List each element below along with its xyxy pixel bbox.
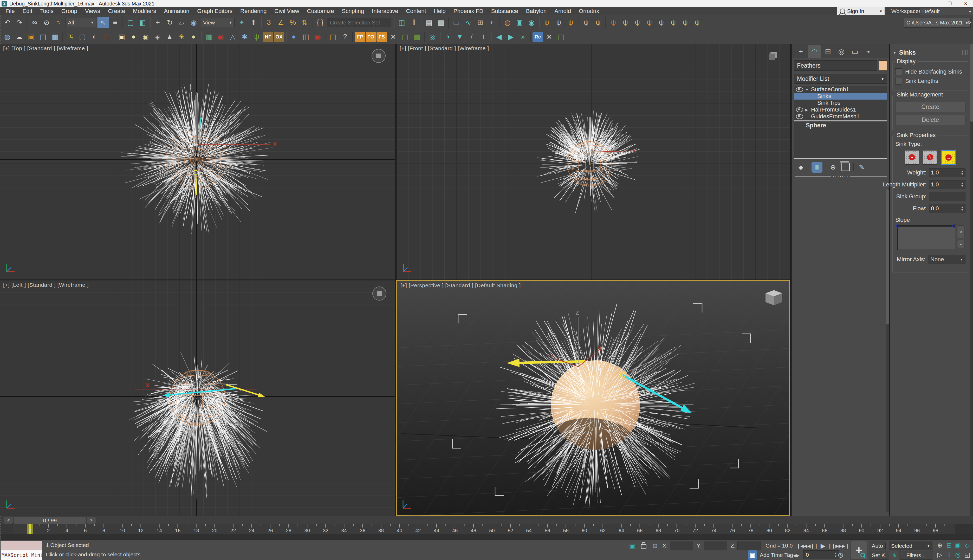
spreadsheet-icon[interactable]: ▥ xyxy=(49,31,61,43)
percent-snap-icon[interactable]: % xyxy=(287,17,298,28)
track-bar-ruler[interactable]: 0246810121416182022242628303234363840424… xyxy=(1,524,973,540)
maximize-viewport-icon[interactable]: ◱ xyxy=(963,550,971,559)
slope-handle-right[interactable] xyxy=(952,224,956,228)
x-coordinate-field[interactable] xyxy=(670,542,693,550)
viewport-front-label[interactable]: [+] [Front ] [Standard ] [Wireframe ] xyxy=(400,45,489,52)
reference-coordinate-system-dropdown[interactable]: View▼ xyxy=(201,18,235,27)
select-by-name-icon[interactable]: ≡ xyxy=(110,17,121,28)
menu-civil-view[interactable]: Civil View xyxy=(271,7,303,15)
bind-to-space-warp-icon[interactable]: ≈ xyxy=(53,17,64,28)
particle-icon[interactable]: ✱ xyxy=(239,31,250,43)
delete-button[interactable]: Delete xyxy=(895,115,965,125)
mesh-light-icon[interactable]: ◈ xyxy=(152,31,163,43)
play-button[interactable]: ▶ xyxy=(818,542,828,550)
material-editor-icon[interactable]: ◐ xyxy=(486,17,498,28)
ornatrix-groom-icon[interactable]: ψ xyxy=(643,17,655,28)
go-to-start-button[interactable]: ❙◀◀ xyxy=(797,542,807,550)
remove-modifier-icon[interactable] xyxy=(840,162,851,173)
angle-snap-icon[interactable]: ∠ xyxy=(275,17,287,28)
cone-light-icon[interactable]: ▲ xyxy=(164,31,175,43)
schematic-view-icon[interactable]: ⊞ xyxy=(475,17,486,28)
teapot-icon[interactable]: ◍ xyxy=(2,31,13,43)
isolate-selection-icon[interactable]: ▣ xyxy=(628,542,636,550)
ornatrix-guides-icon[interactable]: ψ xyxy=(608,17,619,28)
project-folder-dropdown[interactable]: C:\Users\A...s Max 2021 ▼ xyxy=(904,18,971,28)
zoom-icon[interactable]: ⊕ xyxy=(936,541,944,550)
sinks-panel-scrollbar[interactable] xyxy=(970,44,973,516)
viewport-perspective-label[interactable]: [+] [Perspective ] [Standard ] [Default … xyxy=(400,282,521,288)
stack-item-surfacecomb1[interactable]: ▼SurfaceComb1 xyxy=(795,86,887,93)
slope-minus-button[interactable]: - xyxy=(957,240,965,248)
command-panel-scrollbar[interactable] xyxy=(886,189,889,512)
walk-through-icon[interactable]: i xyxy=(945,550,953,559)
restore-button[interactable]: ❐ xyxy=(942,0,957,7)
viewport-left[interactable]: [+] [Left ] [Standard ] [Wireframe ] X xyxy=(0,280,395,516)
previous-frame-button[interactable]: < xyxy=(4,517,13,524)
menu-views[interactable]: Views xyxy=(81,7,104,15)
menu-scripting[interactable]: Scripting xyxy=(338,7,368,15)
green-list-icon[interactable]: ▤ xyxy=(555,31,567,43)
capsules-icon[interactable]: ◉ xyxy=(215,31,227,43)
phoenix-fo-icon[interactable]: FO xyxy=(366,32,376,42)
create-button[interactable]: Create xyxy=(895,102,965,112)
expand-arrow-icon[interactable]: ▶ xyxy=(805,108,811,112)
window-crossing-toggle-icon[interactable]: ◧ xyxy=(137,17,148,28)
make-unique-icon[interactable]: ⊕ xyxy=(828,162,838,173)
menu-help[interactable]: Help xyxy=(430,7,450,15)
menu-substance[interactable]: Substance xyxy=(487,7,522,15)
dome-light-icon[interactable]: ● xyxy=(128,31,139,43)
expand-arrow-icon[interactable]: ▼ xyxy=(805,88,811,92)
weight-spinner[interactable]: 1.0 ▲▼ xyxy=(929,168,965,177)
export-play-icon[interactable]: ▶ xyxy=(505,31,516,43)
set-keys-button[interactable]: + xyxy=(850,541,867,560)
select-and-link-icon[interactable]: ∞ xyxy=(29,17,40,28)
menu-create[interactable]: Create xyxy=(104,7,129,15)
zoom-extents-icon[interactable]: ▣ xyxy=(954,541,962,550)
show-end-result-icon[interactable]: II xyxy=(811,162,823,173)
quad-light-icon[interactable]: ▣ xyxy=(116,31,127,43)
rectangular-selection-region-icon[interactable]: ▢ xyxy=(125,17,136,28)
menu-ornatrix[interactable]: Ornatrix xyxy=(575,7,603,15)
unlink-selection-icon[interactable]: ⊘ xyxy=(41,17,52,28)
viewport-top-label[interactable]: [+] [Top ] [Standard ] [Wireframe ] xyxy=(3,45,88,52)
select-and-scale-icon[interactable]: ▱ xyxy=(176,17,187,28)
biped-icon[interactable]: i xyxy=(478,31,489,43)
command-panel-tab-utilities[interactable]: ⌁ xyxy=(862,45,875,58)
ornatrix-comb-icon[interactable]: ψ xyxy=(668,17,679,28)
select-and-manipulate-icon[interactable]: ⬆ xyxy=(248,17,259,28)
bone-icon[interactable]: / xyxy=(466,31,477,43)
menu-interactive[interactable]: Interactive xyxy=(368,7,402,15)
minimize-button[interactable]: — xyxy=(926,0,941,7)
workspaces-dropdown[interactable]: Default ▼ xyxy=(920,8,973,15)
slope-handle-left[interactable] xyxy=(896,224,900,228)
export-next-icon[interactable]: » xyxy=(517,31,529,43)
isolate-cube-icon[interactable]: ▣ xyxy=(748,550,757,560)
current-frame-field[interactable]: 0 ▲▼ xyxy=(803,550,839,559)
cloud-icon[interactable]: ☁ xyxy=(13,31,25,43)
script-list-icon[interactable]: ▤ xyxy=(327,31,339,43)
projector-icon[interactable]: ◐ xyxy=(89,31,100,43)
maxscript-mini-listener[interactable]: MAXScript Mini xyxy=(0,541,42,560)
help-icon[interactable]: ? xyxy=(339,31,351,43)
menu-customize[interactable]: Customize xyxy=(303,7,338,15)
selection-lock-icon[interactable] xyxy=(639,540,648,549)
hide-backfacing-sinks-row[interactable]: Hide Backfacing Sinks xyxy=(895,68,965,75)
menu-animation[interactable]: Animation xyxy=(160,7,193,15)
phoenix-tools-icon[interactable]: ✕ xyxy=(387,31,399,43)
stack-item-guidesfrommesh1[interactable]: GuidesFromMesh1 xyxy=(795,113,887,120)
next-frame-button[interactable]: ❙❙▶ xyxy=(828,542,838,550)
hide-backfacing-sinks-checkbox[interactable] xyxy=(895,68,902,75)
next-frame-button[interactable]: > xyxy=(87,517,96,524)
object-color-swatch[interactable] xyxy=(879,60,887,71)
wrench-icon[interactable]: ✕ xyxy=(543,31,555,43)
select-and-move-icon[interactable]: + xyxy=(152,17,163,28)
stack-item-sphere[interactable]: Sphere xyxy=(795,122,887,129)
redo-icon[interactable]: ↷ xyxy=(13,17,25,28)
viewport-left-label[interactable]: [+] [Left ] [Standard ] [Wireframe ] xyxy=(3,282,89,288)
zoom-region-icon[interactable]: ◇ xyxy=(963,541,971,550)
toolbar-overflow-icon[interactable]: » xyxy=(967,17,971,26)
menu-file[interactable]: File xyxy=(2,7,18,15)
close-button[interactable]: ✕ xyxy=(958,0,973,7)
slope-curve-canvas[interactable] xyxy=(897,225,955,250)
render-production-icon[interactable]: ◉ xyxy=(526,17,537,28)
